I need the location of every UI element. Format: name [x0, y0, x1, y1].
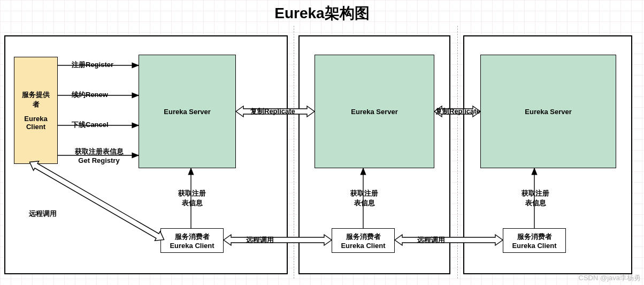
double-arrow-remote	[395, 234, 503, 246]
edge-label-get-info: 获取注册 表信息	[163, 189, 221, 208]
label-line: 获取注册	[350, 189, 378, 197]
label-line: 获取注册	[522, 189, 549, 197]
svg-marker-10	[395, 235, 503, 245]
label-line: 表信息	[354, 199, 375, 207]
edge-label-remote-call: 远程调用	[417, 235, 445, 245]
edge-label-register: 注册Register	[72, 60, 113, 70]
double-arrow-diagonal	[30, 161, 164, 241]
double-arrow-remote	[224, 234, 332, 246]
edge-label-get-registry: 获取注册表信息 Get Registry	[70, 147, 128, 164]
label-line: 表信息	[182, 199, 203, 207]
edge-label-replicate: 复制Replicate	[250, 107, 295, 116]
label-line: 表信息	[525, 199, 546, 207]
edge-label-replicate: 复制Replicate	[435, 107, 480, 116]
edge-label-renew: 续约Renew	[72, 90, 108, 100]
edge-label-remote-call: 远程调用	[29, 209, 57, 219]
edge-label-remote-call: 远程调用	[246, 235, 274, 245]
svg-marker-9	[224, 235, 332, 245]
edge-label-get-info: 获取注册 表信息	[335, 189, 394, 208]
edge-label-get-info: 获取注册 表信息	[506, 189, 565, 208]
svg-marker-11	[27, 158, 166, 244]
watermark: CSDN @java李杨勇	[579, 273, 641, 283]
label-line: 获取注册	[178, 189, 206, 197]
label-line: 获取注册表信息	[75, 147, 124, 155]
label-line: Get Registry	[78, 156, 119, 164]
edge-label-cancel: 下线Cancel	[72, 120, 109, 130]
